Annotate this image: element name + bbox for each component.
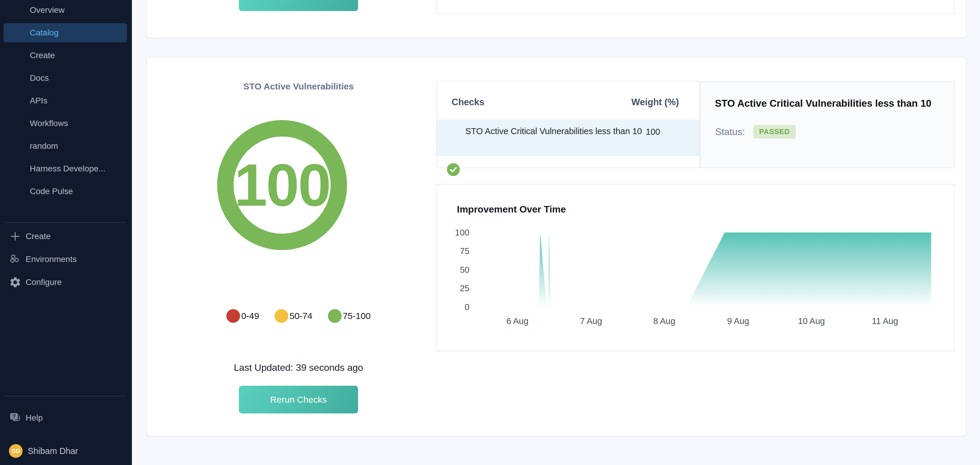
sidebar-nav: Overview Catalog Create Docs APIs Workfl… <box>0 1 130 205</box>
sidebar-divider <box>5 222 126 223</box>
legend-label: 0-49 <box>241 311 259 321</box>
previous-scorecard-card-fragment <box>146 0 967 38</box>
score-gauge: 100 <box>217 120 347 250</box>
scorecard-card: STO Active Vulnerabilities 100 0-49 50-7… <box>146 57 967 436</box>
y-axis-tick: 75 <box>445 246 469 256</box>
checks-column-header: Checks <box>452 97 484 108</box>
avatar: SD <box>9 444 23 458</box>
sidebar-item-docs[interactable]: Docs <box>3 69 127 88</box>
last-updated-text: Last Updated: 39 seconds ago <box>234 362 363 373</box>
sidebar-item-workflows[interactable]: Workflows <box>3 114 127 133</box>
legend-label: 75-100 <box>343 311 371 321</box>
sidebar-divider <box>5 396 126 396</box>
sidebar-item-label: Create <box>25 232 51 241</box>
legend-item-high: 75-100 <box>328 309 371 323</box>
sidebar-item-help[interactable]: ? Help <box>0 408 130 427</box>
checks-panel: Checks Weight (%) STO Active Critical Vu… <box>436 81 700 168</box>
user-name: Shibam Dhar <box>28 446 78 456</box>
sidebar-item-label: Configure <box>25 278 62 287</box>
x-axis-tick: 9 Aug <box>727 316 749 326</box>
x-axis-tick: 6 Aug <box>506 316 528 326</box>
x-axis-tick: 11 Aug <box>872 316 898 326</box>
check-detail-panel: STO Active Critical Vulnerabilities less… <box>700 81 955 168</box>
check-detail-title: STO Active Critical Vulnerabilities less… <box>715 98 945 109</box>
rerun-checks-button-fragment[interactable] <box>239 0 358 11</box>
svg-text:?: ? <box>13 414 16 419</box>
sidebar-item-label: Docs <box>30 74 49 83</box>
sidebar-item-label: APIs <box>30 96 47 105</box>
sidebar-item-label: Code Pulse <box>30 187 73 196</box>
check-name: STO Active Critical Vulnerabilities less… <box>465 126 644 137</box>
legend-dot-green <box>328 309 342 323</box>
sidebar-item-harness-developer[interactable]: Harness Develope... <box>3 159 127 178</box>
help-chat-icon: ? <box>8 411 22 425</box>
weight-column-header: Weight (%) <box>619 97 679 108</box>
check-status-row: Status: PASSED <box>715 125 796 139</box>
x-axis-tick: 8 Aug <box>653 316 675 326</box>
chart-title: Improvement Over Time <box>457 204 566 215</box>
y-axis-tick: 100 <box>445 228 469 238</box>
sidebar-item-catalog[interactable]: Catalog <box>3 23 127 42</box>
x-axis-tick: 10 Aug <box>798 316 825 326</box>
sidebar-item-code-pulse[interactable]: Code Pulse <box>3 182 127 201</box>
scorecard-page: Overview Catalog Create Docs APIs Workfl… <box>0 0 980 465</box>
legend-label: 50-74 <box>290 311 312 321</box>
y-axis-tick: 0 <box>445 302 469 312</box>
plus-icon <box>9 230 21 243</box>
improvement-chart-panel: Improvement Over Time 100 75 50 25 0 6 A… <box>436 184 955 352</box>
check-table-row[interactable]: STO Active Critical Vulnerabilities less… <box>437 120 699 156</box>
sidebar-item-label: Overview <box>30 5 65 15</box>
x-axis-tick: 7 Aug <box>580 316 602 326</box>
improvement-area-series <box>539 232 931 307</box>
sidebar-item-label: Workflows <box>30 119 68 128</box>
y-axis-tick: 50 <box>445 265 469 275</box>
scorecard-title: STO Active Vulnerabilities <box>243 81 354 91</box>
gear-icon <box>9 276 21 289</box>
y-axis-tick: 25 <box>445 283 469 293</box>
rerun-checks-button[interactable]: Rerun Checks <box>239 386 358 414</box>
sidebar-item-create[interactable]: Create <box>3 46 127 65</box>
sidebar-item-apis[interactable]: APIs <box>3 91 127 110</box>
legend-item-low: 0-49 <box>226 309 259 323</box>
sidebar-item-configure[interactable]: Configure <box>0 273 130 292</box>
status-label: Status: <box>715 126 745 137</box>
status-badge: PASSED <box>753 125 796 139</box>
checks-table-header: Checks Weight (%) <box>452 97 699 110</box>
sidebar-item-overview[interactable]: Overview <box>3 1 127 20</box>
sidebar-item-label: Create <box>30 51 55 60</box>
sidebar: Overview Catalog Create Docs APIs Workfl… <box>0 0 132 465</box>
check-weight-value: 100 <box>627 127 679 137</box>
hexagons-icon <box>9 253 21 265</box>
check-passed-icon <box>445 162 461 177</box>
sidebar-item-label: Catalog <box>30 28 59 38</box>
score-legend: 0-49 50-74 75-100 <box>226 309 371 323</box>
sidebar-item-random[interactable]: random <box>3 136 127 156</box>
score-value: 100 <box>234 151 330 219</box>
sidebar-item-label: Harness Develope... <box>30 164 105 174</box>
improvement-area-chart <box>476 232 942 307</box>
help-label: Help <box>25 413 43 423</box>
legend-dot-yellow <box>275 309 288 323</box>
sidebar-user[interactable]: SD Shibam Dhar <box>0 441 130 460</box>
sidebar-item-label: Environments <box>25 254 76 264</box>
legend-item-medium: 50-74 <box>275 309 312 323</box>
sidebar-item-label: random <box>30 141 58 151</box>
sidebar-item-environments[interactable]: Environments <box>0 250 130 269</box>
sidebar-item-create-action[interactable]: Create <box>0 227 130 246</box>
sidebar-footer-nav: Create Environments Configure <box>0 227 130 296</box>
chart-panel-fragment <box>436 0 955 14</box>
legend-dot-red <box>226 309 240 323</box>
